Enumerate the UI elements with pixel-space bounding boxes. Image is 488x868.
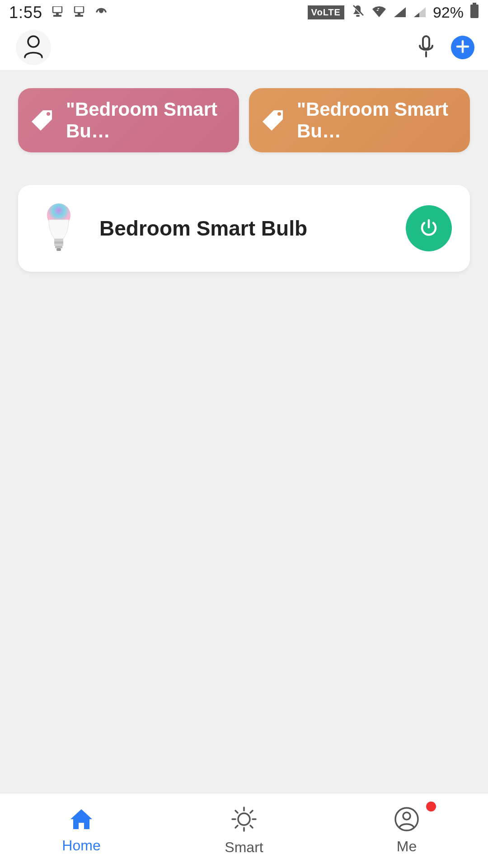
svg-rect-1 xyxy=(56,13,59,15)
svg-point-17 xyxy=(47,112,50,116)
svg-rect-23 xyxy=(55,246,62,248)
svg-point-26 xyxy=(238,813,250,825)
add-button[interactable] xyxy=(451,36,474,59)
mic-button[interactable] xyxy=(417,35,435,60)
battery-icon xyxy=(470,3,479,22)
nav-label: Home xyxy=(62,837,100,854)
network-icon-1 xyxy=(51,3,64,22)
app-header xyxy=(0,25,488,70)
scene-tile-1[interactable]: "Bedroom Smart Bu… xyxy=(18,88,239,152)
power-button[interactable] xyxy=(406,205,452,251)
svg-point-12 xyxy=(28,36,39,47)
nav-smart[interactable]: Smart xyxy=(163,793,325,868)
svg-rect-0 xyxy=(53,6,62,13)
svg-line-32 xyxy=(250,826,253,828)
svg-rect-22 xyxy=(54,244,63,246)
status-bar: 1:55 VoLTE 92% xyxy=(0,0,488,25)
network-icon-2 xyxy=(72,3,86,22)
profile-icon xyxy=(23,35,44,60)
svg-point-36 xyxy=(403,812,410,820)
svg-point-18 xyxy=(277,112,281,116)
bottom-nav: Home Smart Me xyxy=(0,793,488,868)
signal-icon-1 xyxy=(393,3,407,22)
nav-home[interactable]: Home xyxy=(0,793,163,868)
svg-rect-20 xyxy=(54,239,63,241)
notification-badge xyxy=(426,802,436,811)
svg-rect-11 xyxy=(470,5,479,18)
nav-me[interactable]: Me xyxy=(325,793,488,868)
svg-rect-4 xyxy=(78,13,80,15)
wifi-icon xyxy=(371,3,387,22)
svg-line-34 xyxy=(250,811,253,813)
svg-rect-3 xyxy=(75,6,84,13)
user-circle-icon xyxy=(394,807,419,834)
power-icon xyxy=(418,217,440,240)
svg-rect-21 xyxy=(54,241,63,244)
device-card[interactable]: Bedroom Smart Bulb xyxy=(18,185,470,272)
volte-badge: VoLTE xyxy=(308,5,344,19)
smart-bulb-icon xyxy=(41,201,77,255)
home-icon xyxy=(69,807,94,833)
content-area: "Bedroom Smart Bu… "Bedroom Smart Bu… xyxy=(0,70,488,272)
svg-line-33 xyxy=(235,826,238,828)
scenes-row: "Bedroom Smart Bu… "Bedroom Smart Bu… xyxy=(18,88,470,152)
svg-rect-10 xyxy=(473,3,476,5)
plus-icon xyxy=(456,40,469,55)
device-name: Bedroom Smart Bulb xyxy=(99,216,383,241)
scene-label: "Bedroom Smart Bu… xyxy=(66,99,225,142)
svg-line-31 xyxy=(235,811,238,813)
svg-rect-24 xyxy=(56,248,61,251)
tag-icon xyxy=(263,108,285,132)
profile-button[interactable] xyxy=(16,30,51,65)
svg-rect-5 xyxy=(75,15,83,17)
scene-tile-2[interactable]: "Bedroom Smart Bu… xyxy=(249,88,470,152)
svg-rect-2 xyxy=(53,15,61,17)
header-actions xyxy=(417,35,474,60)
status-left: 1:55 xyxy=(9,3,108,22)
clock: 1:55 xyxy=(9,3,42,22)
svg-rect-13 xyxy=(423,36,429,49)
sun-icon xyxy=(230,806,258,835)
mute-icon xyxy=(351,3,365,22)
nav-label: Smart xyxy=(225,839,263,856)
scene-label: "Bedroom Smart Bu… xyxy=(297,99,456,142)
hotspot-icon xyxy=(94,3,108,22)
status-right: VoLTE 92% xyxy=(308,3,479,22)
nav-label: Me xyxy=(397,838,417,855)
signal-icon-2 xyxy=(413,3,427,22)
tag-icon xyxy=(32,108,54,132)
svg-rect-7 xyxy=(356,15,360,17)
battery-percent: 92% xyxy=(433,4,464,21)
